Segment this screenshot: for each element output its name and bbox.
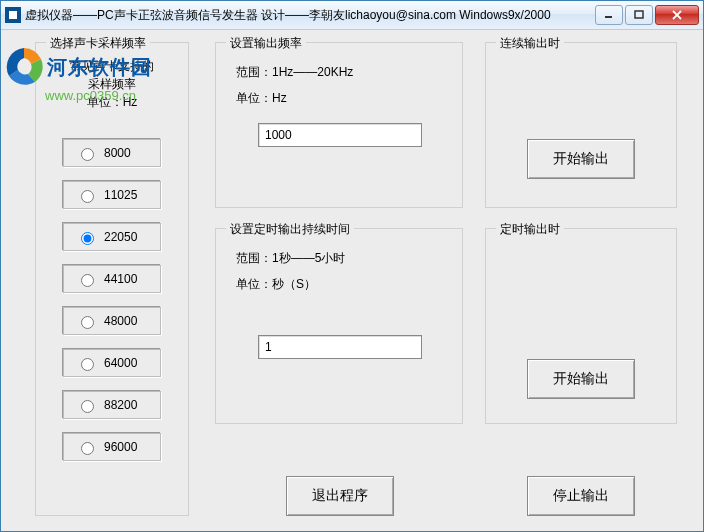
sample-radio-label: 64000 (104, 356, 137, 370)
sample-radio-input[interactable] (81, 148, 94, 161)
close-button[interactable] (655, 5, 699, 25)
frequency-group: 设置输出频率 范围：1Hz——20KHz 单位：Hz (215, 42, 463, 208)
sample-desc-line3: 单位：Hz (36, 93, 188, 111)
duration-input[interactable] (258, 335, 422, 359)
sample-radio-label: 88200 (104, 398, 137, 412)
sample-radio-input[interactable] (81, 400, 94, 413)
dur-range-label: 范围：1秒——5小时 (236, 245, 442, 271)
sample-radio-label: 11025 (104, 188, 137, 202)
minimize-icon (604, 10, 614, 20)
svg-rect-1 (635, 11, 643, 18)
continuous-start-button[interactable]: 开始输出 (527, 139, 635, 179)
sample-radio-44100[interactable]: 44100 (63, 265, 161, 293)
dur-group-title: 设置定时输出持续时间 (226, 221, 354, 238)
sample-radio-input[interactable] (81, 274, 94, 287)
sample-radio-input[interactable] (81, 190, 94, 203)
sample-group-title: 选择声卡采样频率 (46, 35, 150, 52)
app-icon (5, 7, 21, 23)
freq-group-title: 设置输出频率 (226, 35, 306, 52)
sample-radio-88200[interactable]: 88200 (63, 391, 161, 419)
frequency-input[interactable] (258, 123, 422, 147)
window-controls (593, 5, 699, 25)
sample-rate-group: 选择声卡采样频率 常见声卡支持的 采样频率 单位：Hz 800011025220… (35, 42, 189, 516)
sample-radio-input[interactable] (81, 232, 94, 245)
maximize-icon (634, 10, 644, 20)
dur-unit-label: 单位：秒（S） (236, 271, 442, 297)
timed-group-title: 定时输出时 (496, 221, 564, 238)
main-window: 虚拟仪器——PC声卡正弦波音频信号发生器 设计——李朝友lichaoyou@si… (0, 0, 704, 532)
sample-radio-96000[interactable]: 96000 (63, 433, 161, 461)
client-area: 河东软件园 www.pc0359.cn 选择声卡采样频率 常见声卡支持的 采样频… (1, 30, 703, 532)
sample-radio-list: 800011025220504410048000640008820096000 (36, 139, 188, 461)
titlebar: 虚拟仪器——PC声卡正弦波音频信号发生器 设计——李朝友lichaoyou@si… (1, 1, 703, 30)
sample-radio-48000[interactable]: 48000 (63, 307, 161, 335)
timed-group: 定时输出时 开始输出 (485, 228, 677, 424)
sample-desc: 常见声卡支持的 采样频率 单位：Hz (36, 57, 188, 111)
sample-radio-64000[interactable]: 64000 (63, 349, 161, 377)
sample-radio-input[interactable] (81, 442, 94, 455)
timed-start-button[interactable]: 开始输出 (527, 359, 635, 399)
sample-radio-8000[interactable]: 8000 (63, 139, 161, 167)
freq-range-label: 范围：1Hz——20KHz (236, 59, 442, 85)
sample-radio-22050[interactable]: 22050 (63, 223, 161, 251)
sample-radio-input[interactable] (81, 316, 94, 329)
stop-button[interactable]: 停止输出 (527, 476, 635, 516)
cont-group-title: 连续输出时 (496, 35, 564, 52)
sample-radio-label: 22050 (104, 230, 137, 244)
minimize-button[interactable] (595, 5, 623, 25)
sample-desc-line1: 常见声卡支持的 (36, 57, 188, 75)
sample-radio-input[interactable] (81, 358, 94, 371)
sample-radio-label: 8000 (104, 146, 131, 160)
window-title: 虚拟仪器——PC声卡正弦波音频信号发生器 设计——李朝友lichaoyou@si… (25, 7, 593, 24)
maximize-button[interactable] (625, 5, 653, 25)
close-icon (671, 10, 683, 20)
sample-radio-11025[interactable]: 11025 (63, 181, 161, 209)
sample-radio-label: 96000 (104, 440, 137, 454)
duration-group: 设置定时输出持续时间 范围：1秒——5小时 单位：秒（S） (215, 228, 463, 424)
sample-desc-line2: 采样频率 (36, 75, 188, 93)
sample-radio-label: 44100 (104, 272, 137, 286)
sample-radio-label: 48000 (104, 314, 137, 328)
freq-unit-label: 单位：Hz (236, 85, 442, 111)
continuous-group: 连续输出时 开始输出 (485, 42, 677, 208)
exit-button[interactable]: 退出程序 (286, 476, 394, 516)
